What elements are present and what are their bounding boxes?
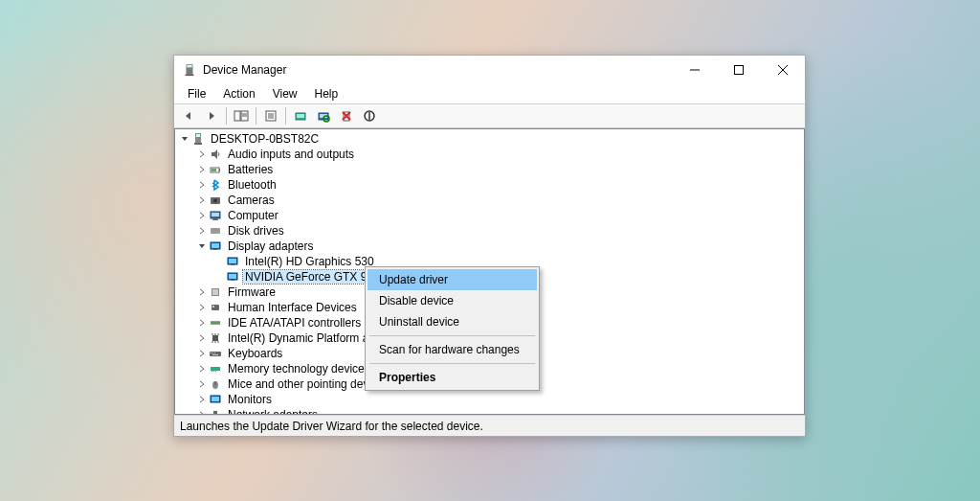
- ide-icon: [208, 315, 223, 330]
- firmware-icon: [208, 285, 223, 300]
- context-menu-item[interactable]: Scan for hardware changes: [368, 339, 537, 360]
- expand-chevron-icon[interactable]: [196, 177, 208, 193]
- tree-item-label: Human Interface Devices: [226, 301, 359, 314]
- properties-button[interactable]: [260, 105, 281, 126]
- tree-item-label: Display adapters: [226, 239, 315, 253]
- tree-category[interactable]: Cameras: [175, 193, 804, 208]
- svg-rect-32: [213, 218, 217, 219]
- expand-chevron-icon[interactable]: [213, 254, 225, 269]
- svg-rect-62: [212, 354, 218, 355]
- context-menu-item[interactable]: Update driver: [368, 269, 537, 290]
- svg-point-29: [213, 199, 217, 203]
- forward-button[interactable]: [201, 105, 222, 126]
- toolbar-separator: [226, 107, 227, 125]
- expand-chevron-icon[interactable]: [196, 330, 208, 346]
- expand-chevron-icon[interactable]: [196, 223, 208, 239]
- tree-item-label: Audio inputs and outputs: [226, 148, 356, 161]
- menu-help[interactable]: Help: [307, 85, 346, 102]
- tree-item-label: Monitors: [226, 393, 274, 406]
- menu-action[interactable]: Action: [215, 85, 262, 102]
- display-icon: [225, 269, 240, 285]
- expand-chevron-icon[interactable]: [196, 147, 208, 162]
- svg-rect-33: [212, 219, 218, 220]
- tree-root[interactable]: DESKTOP-0BST82C: [175, 131, 804, 147]
- monitor-icon: [208, 392, 223, 407]
- tree-category[interactable]: Batteries: [175, 162, 804, 177]
- expand-chevron-icon[interactable]: [196, 315, 208, 330]
- svg-rect-44: [231, 280, 234, 281]
- chip-icon: [208, 330, 223, 346]
- context-menu-item[interactable]: Uninstall device: [368, 311, 537, 332]
- expand-chevron-icon[interactable]: [196, 208, 208, 223]
- app-icon: [182, 62, 197, 78]
- svg-rect-66: [215, 371, 216, 372]
- tree-item-label: Batteries: [226, 163, 275, 176]
- expand-chevron-icon[interactable]: [196, 193, 208, 208]
- camera-icon: [208, 193, 223, 208]
- expand-chevron-icon[interactable]: [196, 376, 208, 392]
- svg-rect-1: [187, 65, 191, 68]
- show-hide-button[interactable]: [231, 105, 252, 126]
- disk-icon: [208, 223, 223, 239]
- titlebar[interactable]: Device Manager: [174, 56, 805, 84]
- expand-chevron-icon[interactable]: [196, 300, 208, 315]
- tree-item-label: Bluetooth: [226, 178, 278, 192]
- computer-icon: [208, 208, 223, 223]
- menu-view[interactable]: View: [265, 85, 305, 102]
- toolbar: [174, 103, 805, 128]
- svg-rect-4: [735, 66, 744, 75]
- svg-point-35: [217, 232, 218, 233]
- battery-icon: [208, 162, 223, 177]
- expand-chevron-icon[interactable]: [196, 285, 208, 300]
- svg-rect-23: [196, 134, 200, 137]
- display-icon: [225, 254, 240, 269]
- expand-chevron-icon[interactable]: [179, 131, 190, 147]
- svg-rect-65: [213, 371, 214, 372]
- window-controls: [673, 56, 805, 84]
- svg-rect-38: [213, 249, 217, 250]
- disable-button[interactable]: [359, 105, 380, 126]
- svg-rect-24: [194, 143, 202, 145]
- tree-item-label: Keyboards: [226, 347, 284, 360]
- tree-category[interactable]: Network adapters: [175, 407, 804, 414]
- svg-rect-48: [212, 306, 214, 307]
- memory-icon: [208, 361, 223, 376]
- expand-chevron-icon[interactable]: [213, 269, 225, 285]
- tree-item-label: Firmware: [226, 285, 278, 299]
- tree-category[interactable]: Audio inputs and outputs: [175, 147, 804, 162]
- tree-category[interactable]: Disk drives: [175, 223, 804, 239]
- tree-category[interactable]: Monitors: [175, 392, 804, 407]
- audio-icon: [208, 147, 223, 162]
- svg-rect-31: [212, 213, 219, 216]
- update-driver-button[interactable]: [290, 105, 311, 126]
- expand-chevron-icon[interactable]: [196, 239, 208, 254]
- menubar: File Action View Help: [174, 84, 805, 103]
- scan-button[interactable]: [313, 105, 334, 126]
- tree-category[interactable]: Display adapters: [175, 239, 804, 254]
- svg-rect-70: [212, 397, 219, 401]
- close-button[interactable]: [761, 56, 805, 84]
- context-menu-item[interactable]: Disable device: [368, 290, 537, 311]
- tree-item-label: Intel(R) HD Graphics 530: [243, 255, 376, 268]
- expand-chevron-icon[interactable]: [196, 392, 208, 407]
- tree-category[interactable]: Bluetooth: [175, 177, 804, 193]
- expand-chevron-icon[interactable]: [196, 346, 208, 361]
- toolbar-separator: [285, 107, 286, 125]
- minimize-button[interactable]: [673, 56, 717, 84]
- tree-item-label: Computer: [226, 209, 280, 222]
- expand-chevron-icon[interactable]: [196, 162, 208, 177]
- context-menu-item[interactable]: Properties: [368, 367, 537, 388]
- back-button[interactable]: [178, 105, 199, 126]
- svg-rect-51: [212, 335, 218, 341]
- expand-chevron-icon[interactable]: [196, 361, 208, 376]
- maximize-button[interactable]: [717, 56, 761, 84]
- uninstall-button[interactable]: [336, 105, 357, 126]
- svg-rect-40: [229, 259, 236, 263]
- menu-file[interactable]: File: [180, 85, 213, 102]
- svg-rect-72: [213, 411, 217, 414]
- svg-rect-37: [212, 243, 219, 248]
- status-text: Launches the Update Driver Wizard for th…: [180, 420, 483, 433]
- tree-category[interactable]: Computer: [175, 208, 804, 223]
- keyboard-icon: [208, 346, 223, 361]
- expand-chevron-icon[interactable]: [196, 407, 208, 414]
